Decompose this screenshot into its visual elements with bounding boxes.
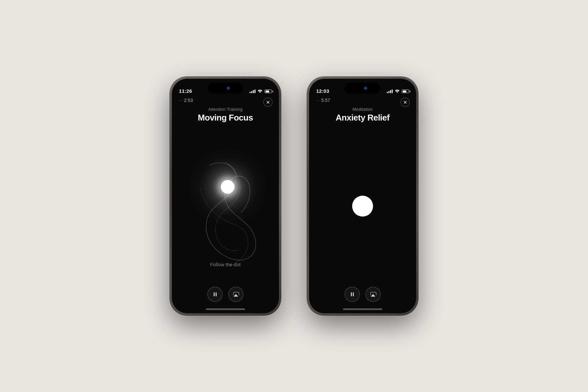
pause-button-1[interactable] (207, 287, 222, 302)
dynamic-island-1 (207, 83, 243, 93)
title-1: Moving Focus (178, 113, 272, 123)
timer-area-1: ··· 2:53 (172, 96, 279, 103)
subtitle-2: Meditation (316, 107, 410, 112)
timer-display-2: 5:57 (321, 98, 330, 103)
close-button-2[interactable] (400, 98, 410, 107)
controls-1 (172, 287, 279, 308)
home-indicator-2 (309, 308, 416, 313)
signal-icon-1 (250, 90, 255, 93)
airplay-icon-1 (233, 292, 238, 297)
content-area-2 (309, 125, 416, 287)
content-area-1: Follow the dot (172, 125, 279, 287)
status-icons-2 (387, 89, 409, 94)
airplay-button-1[interactable] (228, 287, 243, 302)
subtitle-1: Attention Training (178, 107, 272, 112)
close-button-1[interactable] (263, 98, 272, 107)
timer-area-2: ··· 5:57 (309, 96, 416, 103)
time-display-2: 12:03 (316, 88, 329, 94)
dynamic-island-2 (345, 83, 381, 93)
airplay-icon-2 (370, 292, 376, 297)
moving-focus-canvas: Follow the dot (172, 125, 279, 287)
wifi-icon-2 (395, 89, 400, 94)
title-area-1: Attention Training Moving Focus (172, 103, 279, 125)
time-display-1: 11:26 (179, 88, 192, 94)
phone-2: 12:03 ··· 5:57 (307, 77, 418, 315)
battery-icon-2 (402, 90, 409, 93)
title-2: Anxiety Relief (316, 113, 410, 123)
status-icons-1 (250, 89, 272, 94)
dynamic-island-dot-1 (227, 87, 230, 90)
home-indicator-1 (172, 308, 279, 313)
phone-2-screen: 12:03 ··· 5:57 (309, 79, 416, 313)
pause-button-2[interactable] (345, 287, 360, 302)
title-area-2: Meditation Anxiety Relief (309, 103, 416, 125)
battery-icon-1 (265, 90, 272, 93)
timer-display-1: 2:53 (184, 98, 193, 103)
wifi-icon-1 (257, 89, 263, 94)
phone-1-screen: 11:26 ··· 2:53 (172, 79, 279, 313)
moving-dot (221, 180, 235, 194)
pause-icon-1 (214, 292, 217, 296)
static-dot (352, 196, 373, 217)
dynamic-island-dot-2 (364, 87, 367, 90)
follow-text: Follow the dot (210, 262, 240, 267)
airplay-button-2[interactable] (366, 287, 381, 302)
controls-2 (309, 287, 416, 308)
phone-1: 11:26 ··· 2:53 (170, 77, 281, 315)
signal-icon-2 (387, 90, 393, 93)
pause-icon-2 (351, 292, 354, 296)
